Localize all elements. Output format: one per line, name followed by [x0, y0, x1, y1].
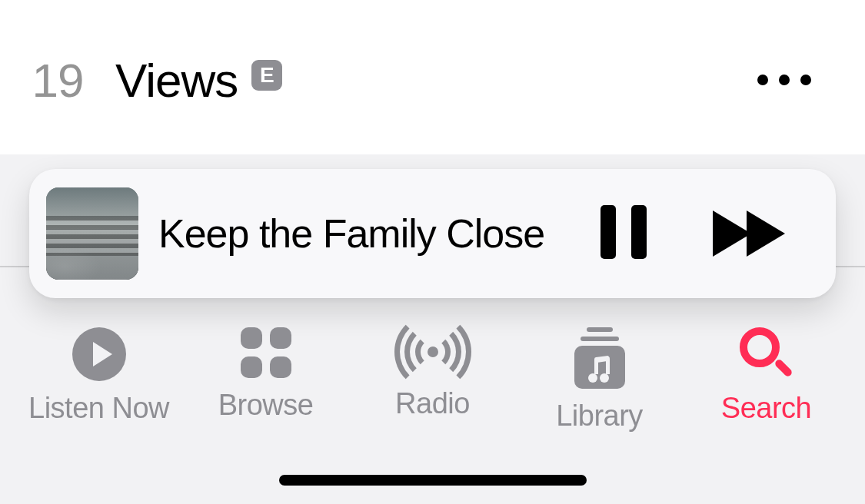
- library-icon: [574, 327, 625, 389]
- play-circle-icon: [72, 327, 126, 381]
- now-playing-title: Keep the Family Close: [158, 211, 544, 257]
- grid-icon: [241, 327, 291, 378]
- tab-label: Browse: [218, 389, 314, 422]
- mini-player[interactable]: Keep the Family Close: [29, 169, 836, 298]
- track-title: Views: [115, 53, 238, 108]
- next-track-button[interactable]: [713, 211, 790, 257]
- tab-radio[interactable]: Radio: [356, 327, 510, 420]
- ellipsis-icon: [779, 75, 790, 85]
- tab-listen-now[interactable]: Listen Now: [22, 327, 176, 425]
- tab-label: Library: [556, 400, 643, 433]
- tab-library[interactable]: Library: [523, 327, 677, 433]
- pause-icon: [601, 205, 647, 262]
- track-index: 19: [0, 53, 115, 108]
- pause-button[interactable]: [601, 205, 647, 262]
- ellipsis-icon: [800, 75, 811, 85]
- more-options-button[interactable]: [757, 75, 811, 85]
- explicit-badge: E: [251, 60, 282, 91]
- tab-label: Listen Now: [28, 392, 169, 425]
- tab-browse[interactable]: Browse: [189, 327, 343, 422]
- home-indicator: [279, 475, 587, 486]
- tab-search[interactable]: Search: [690, 327, 843, 425]
- bottom-chrome: Keep the Family Close Listen Now Browse …: [0, 154, 865, 504]
- track-row[interactable]: 19 Views E: [0, 26, 865, 134]
- fast-forward-icon: [713, 211, 790, 257]
- album-art: [46, 187, 138, 280]
- tab-label: Radio: [395, 387, 470, 420]
- tab-bar: Listen Now Browse Radio Library Search: [0, 327, 865, 454]
- radio-icon: [394, 327, 471, 376]
- ellipsis-icon: [757, 75, 768, 85]
- tab-label: Search: [721, 392, 811, 425]
- search-icon: [740, 327, 793, 381]
